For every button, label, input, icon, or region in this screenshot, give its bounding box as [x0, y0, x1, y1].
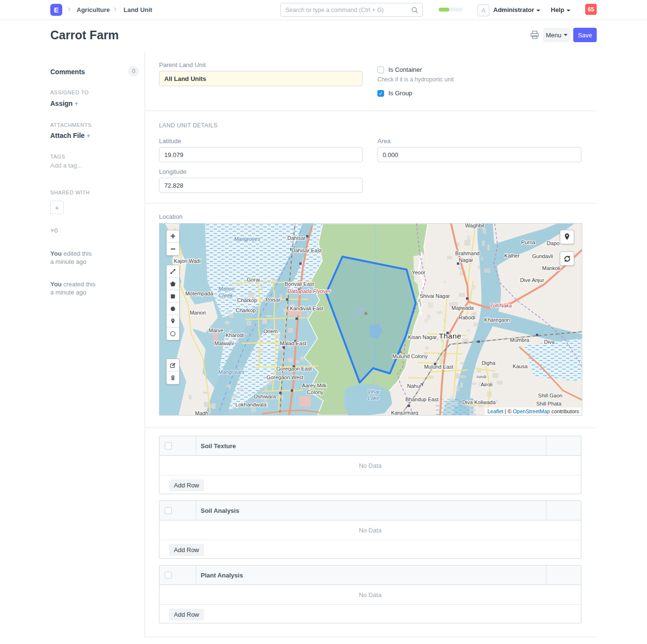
map-label: Brahmand [455, 250, 480, 256]
search-input[interactable] [281, 3, 415, 16]
draw-rectangle-button[interactable] [167, 290, 179, 303]
map-label: Poisar [265, 297, 281, 303]
menu-button[interactable]: Menu [543, 28, 570, 42]
select-all-checkbox[interactable] [165, 572, 172, 579]
map-label: Lokhandwala [236, 402, 267, 407]
latitude-label: Latitude [159, 137, 181, 145]
map-label: Toll Naka [490, 303, 511, 308]
longitude-label: Longitude [159, 168, 186, 175]
parent-land-unit-field[interactable] [159, 71, 363, 86]
add-row-button[interactable]: Add Row [169, 479, 204, 491]
global-search [280, 3, 423, 17]
container-help-text: Check if it is a hydroponic unit [377, 76, 454, 83]
edit-layers-button[interactable] [167, 359, 179, 372]
latitude-field[interactable] [159, 147, 363, 162]
map-label: Lake [368, 395, 379, 401]
map-label: Vihar [367, 389, 380, 395]
map-label: Marve [209, 328, 224, 333]
draw-polygon-button[interactable] [167, 278, 179, 290]
progress-fill [439, 8, 449, 11]
map-label: Mankoli [542, 265, 560, 271]
activity-item: You edited this a minute ago [50, 249, 139, 266]
map-label: Nagar [459, 257, 473, 263]
attach-file-button[interactable]: Attach File + [50, 132, 139, 139]
reload-map-control[interactable] [560, 251, 574, 266]
tag-input[interactable]: Add a tag... [50, 162, 139, 169]
draw-marker-button[interactable] [167, 315, 179, 328]
checkbox-checked-icon: ✓ [377, 90, 384, 97]
grid-title: Soil Analysis [201, 507, 239, 514]
map-label: Mumbra [510, 337, 530, 343]
grid-header: Soil Analysis [159, 501, 581, 520]
map-label: Nahur [407, 383, 421, 389]
form-bottom-border [145, 637, 597, 637]
map-label: Majiwada [452, 305, 474, 311]
map-label: Mangroves [234, 236, 261, 242]
help-menu[interactable]: Help [551, 6, 570, 13]
area-label: Area [377, 137, 390, 145]
add-row-button[interactable]: Add Row [169, 544, 204, 556]
plus-icon: + [86, 132, 90, 139]
map-label: Malwani [215, 340, 234, 346]
printer-icon[interactable] [530, 31, 539, 39]
energy-points-progress [439, 8, 463, 11]
map-label: Malad East [280, 340, 306, 346]
add-row-button[interactable]: Add Row [169, 609, 204, 621]
attachments-label: ATTACHMENTS [50, 122, 139, 128]
location-map[interactable]: MangrovesDahisarDahisar EastWaghbilPurna… [159, 223, 582, 416]
chevron-down-icon [536, 10, 540, 11]
is-group-checkbox[interactable]: ✓Is Group [377, 90, 412, 97]
share-add-button[interactable]: + [50, 201, 139, 214]
assign-button[interactable]: Assign + [50, 100, 139, 107]
sidebar-divider [145, 53, 145, 637]
grid-empty-row: No Data [159, 456, 581, 475]
grid-empty-row: No Data [159, 520, 581, 540]
assigned-to-label: ASSIGNED TO [50, 90, 139, 95]
sidebar-comments[interactable]: Comments 0 [50, 68, 139, 76]
map-label: Shill Gaon [538, 393, 563, 398]
chevron-down-icon [564, 34, 568, 36]
grid-title: Plant Analysis [201, 572, 243, 579]
app-logo[interactable]: E [50, 4, 62, 16]
map-label: Bhandup East [405, 396, 438, 402]
leaflet-link[interactable]: Leaflet [488, 408, 503, 414]
osm-link[interactable]: OpenStreetMap [513, 408, 550, 414]
map-canvas[interactable]: MangrovesDahisarDahisar EastWaghbilPurna… [159, 224, 582, 415]
like-button[interactable]: ♥0 [50, 226, 139, 234]
search-icon [411, 6, 419, 14]
map-label: Dapo [547, 240, 559, 246]
user-menu[interactable]: Administrator [493, 6, 540, 13]
tags-label: TAGS [50, 154, 139, 159]
locate-control[interactable] [560, 230, 574, 244]
map-label: Dive Anjur [520, 277, 544, 283]
draw-toolbar [166, 265, 180, 340]
notifications-badge[interactable]: 65 [585, 4, 597, 15]
zoom-out-button[interactable]: − [167, 243, 179, 255]
map-label: Goregaon East [276, 366, 312, 372]
select-all-checkbox[interactable] [165, 442, 172, 450]
map-label: Creek [218, 293, 233, 298]
map-label: Gorai [247, 277, 260, 282]
avatar[interactable]: A [477, 4, 489, 16]
area-field[interactable] [377, 147, 581, 162]
delete-layers-button[interactable] [167, 372, 179, 384]
map-label: Digha [482, 360, 496, 366]
map-label: Kausa [512, 363, 528, 369]
select-all-checkbox[interactable] [165, 507, 172, 514]
draw-polyline-button[interactable] [167, 265, 179, 278]
draw-circlemarker-button[interactable] [167, 328, 179, 340]
zoom-in-button[interactable]: + [167, 230, 179, 243]
draw-circle-button[interactable] [167, 303, 179, 315]
soil-texture-grid: Soil Texture No Data Add Row [159, 436, 581, 494]
save-button[interactable]: Save [573, 28, 597, 42]
grid-title: Soil Texture [201, 442, 236, 450]
map-label: Diva [544, 339, 555, 345]
is-container-checkbox[interactable]: Is Container [377, 66, 422, 73]
comments-count: 0 [128, 66, 139, 77]
breadcrumb-agriculture[interactable]: Agriculture [77, 6, 110, 13]
longitude-field[interactable] [159, 178, 363, 193]
soil-analysis-grid: Soil Analysis No Data Add Row [159, 500, 581, 559]
breadcrumb-land-unit[interactable]: Land Unit [124, 6, 152, 13]
map-label: Motempada [185, 291, 214, 296]
map-label: Kanjurmarg [391, 410, 419, 415]
